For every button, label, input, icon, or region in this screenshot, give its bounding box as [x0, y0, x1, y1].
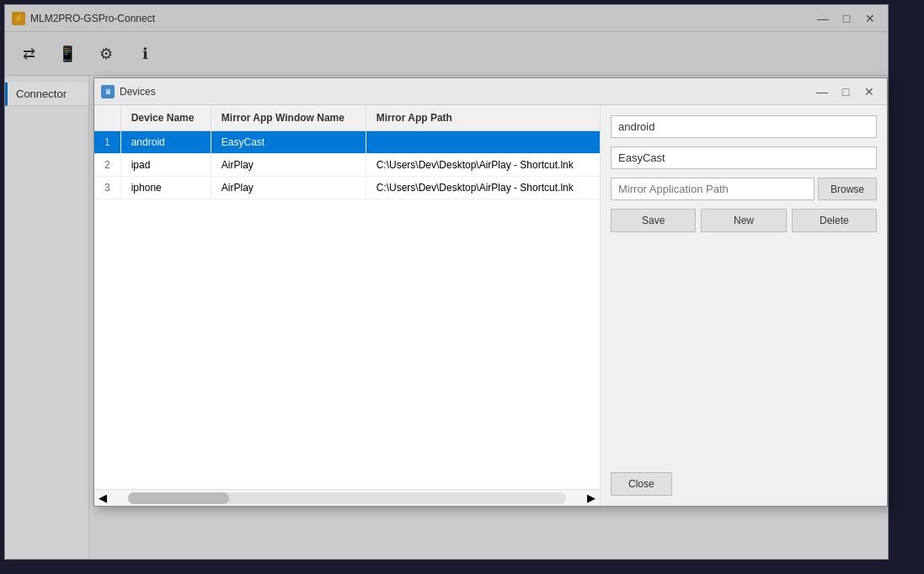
dialog-maximize-button[interactable]: □ — [835, 83, 857, 100]
right-panel-spacer — [611, 241, 877, 464]
delete-button[interactable]: Delete — [792, 209, 877, 232]
save-button[interactable]: Save — [611, 209, 696, 232]
row-device-name: ipad — [120, 154, 211, 177]
table-scrollbar-area: ◀ ▶ — [94, 489, 600, 506]
dialog-window-controls: — □ ✕ — [811, 83, 880, 100]
horizontal-scrollbar[interactable] — [128, 492, 566, 504]
col-header-mirror-path: Mirror App Path — [366, 105, 600, 131]
row-mirror-path: C:\Users\Dev\Desktop\AirPlay - Shortcut.… — [366, 154, 600, 177]
browse-button[interactable]: Browse — [818, 178, 877, 200]
table-row[interactable]: 2 ipad AirPlay C:\Users\Dev\Desktop\AirP… — [94, 154, 600, 177]
row-mirror-path: C:\Users\Dev\Desktop\AirPlay - Shortcut.… — [366, 177, 600, 199]
table-row[interactable]: 1 android EasyCast — [94, 131, 600, 154]
row-window-name: EasyCast — [211, 131, 366, 154]
device-name-input[interactable] — [611, 115, 877, 138]
dialog-title-bar: 🖥 Devices — □ ✕ — [94, 78, 887, 105]
new-button[interactable]: New — [701, 209, 786, 232]
row-number: 1 — [94, 131, 120, 154]
window-name-input[interactable] — [611, 146, 877, 169]
app-window: ⚡ MLM2PRO-GSPro-Connect — □ ✕ ⇄ 📱 ⚙ ℹ Co… — [4, 4, 889, 560]
row-number: 2 — [94, 154, 120, 177]
col-header-device-name: Device Name — [120, 105, 211, 131]
scrollbar-thumb — [128, 492, 229, 504]
dialog-overlay: 🖥 Devices — □ ✕ — [5, 5, 888, 559]
table-scroll-area[interactable]: Device Name Mirror App Window Name Mirro… — [94, 105, 600, 489]
devices-table: Device Name Mirror App Window Name Mirro… — [94, 105, 600, 199]
row-device-name: iphone — [120, 177, 211, 199]
devices-dialog: 🖥 Devices — □ ✕ — [93, 77, 888, 507]
row-device-name: android — [120, 131, 211, 154]
mirror-path-row: Browse — [611, 178, 877, 200]
col-header-window-name: Mirror App Window Name — [211, 105, 366, 131]
close-button-row: Close — [611, 472, 877, 496]
right-panel: Browse Save New Delete Close — [601, 105, 887, 506]
devices-table-area: Device Name Mirror App Window Name Mirro… — [94, 105, 601, 506]
dialog-title: Devices — [120, 86, 811, 98]
table-row[interactable]: 3 iphone AirPlay C:\Users\Dev\Desktop\Ai… — [94, 177, 600, 199]
dialog-close-button[interactable]: ✕ — [858, 83, 880, 100]
row-window-name: AirPlay — [211, 154, 366, 177]
col-header-num — [94, 105, 120, 131]
dialog-minimize-button[interactable]: — — [811, 83, 833, 100]
dialog-icon: 🖥 — [101, 85, 115, 98]
row-number: 3 — [94, 177, 120, 199]
mirror-path-input[interactable] — [611, 178, 815, 200]
dialog-body: Device Name Mirror App Window Name Mirro… — [94, 105, 887, 506]
action-buttons-row: Save New Delete — [611, 209, 877, 232]
row-window-name: AirPlay — [211, 177, 366, 199]
dialog-close-action-button[interactable]: Close — [611, 472, 672, 496]
scroll-right-button[interactable]: ▶ — [583, 492, 600, 504]
row-mirror-path — [366, 131, 600, 154]
scroll-left-button[interactable]: ◀ — [94, 492, 111, 504]
